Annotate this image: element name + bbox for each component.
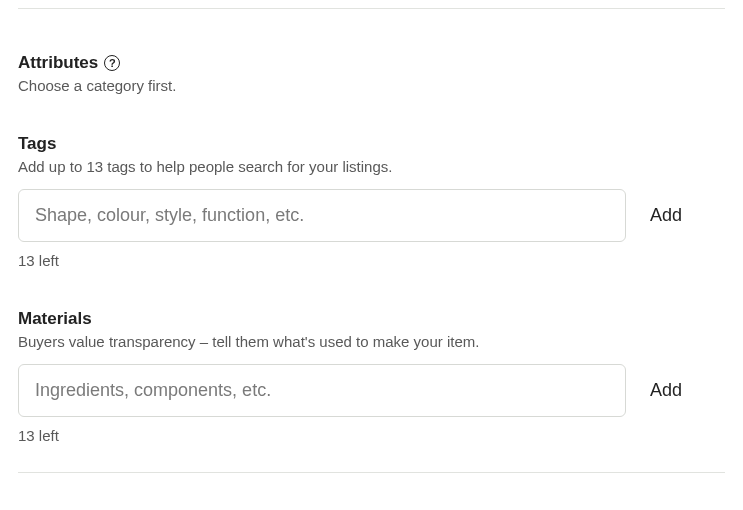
tags-section: Tags Add up to 13 tags to help people se… (18, 134, 725, 269)
tags-input[interactable] (18, 189, 626, 242)
top-divider (18, 8, 725, 9)
tags-desc: Add up to 13 tags to help people search … (18, 158, 725, 175)
materials-input[interactable] (18, 364, 626, 417)
materials-counter: 13 left (18, 427, 725, 444)
materials-title: Materials (18, 309, 92, 329)
bottom-divider (18, 472, 725, 473)
attributes-section: Attributes ? Choose a category first. (18, 53, 725, 94)
attributes-title: Attributes (18, 53, 98, 73)
help-icon[interactable]: ? (104, 55, 120, 71)
materials-section: Materials Buyers value transparency – te… (18, 309, 725, 444)
tags-title: Tags (18, 134, 56, 154)
tags-counter: 13 left (18, 252, 725, 269)
materials-add-button[interactable]: Add (650, 380, 682, 401)
attributes-desc: Choose a category first. (18, 77, 725, 94)
materials-desc: Buyers value transparency – tell them wh… (18, 333, 725, 350)
tags-add-button[interactable]: Add (650, 205, 682, 226)
